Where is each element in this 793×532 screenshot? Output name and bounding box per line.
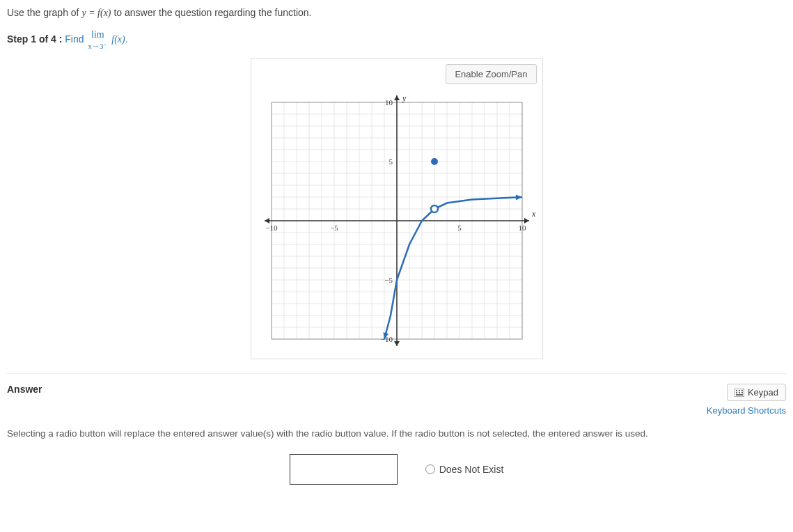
- graph-frame: Enable Zoom/Pan −10−5510−10−5510xy: [251, 58, 543, 359]
- svg-rect-65: [739, 390, 740, 391]
- svg-rect-66: [741, 390, 743, 391]
- svg-rect-69: [741, 392, 743, 393]
- keyboard-shortcuts-link[interactable]: Keyboard Shortcuts: [707, 405, 786, 416]
- svg-rect-70: [736, 394, 743, 396]
- answer-input[interactable]: [290, 454, 398, 485]
- svg-text:x: x: [531, 209, 536, 219]
- svg-text:−10: −10: [380, 335, 393, 343]
- dne-label: Does Not Exist: [439, 464, 504, 475]
- svg-rect-64: [736, 390, 737, 391]
- svg-point-61: [431, 205, 438, 212]
- svg-marker-46: [265, 218, 269, 224]
- graph-container: Enable Zoom/Pan −10−5510−10−5510xy: [7, 58, 786, 359]
- instruction-text: Use the graph of y = f(x) to answer the …: [7, 7, 786, 19]
- dne-option[interactable]: Does Not Exist: [425, 464, 504, 475]
- svg-text:5: 5: [388, 157, 393, 166]
- keypad-button[interactable]: Keypad: [727, 384, 786, 401]
- keypad-icon: [735, 389, 744, 397]
- svg-rect-68: [739, 392, 740, 393]
- svg-text:10: 10: [385, 98, 393, 107]
- svg-marker-48: [394, 341, 400, 346]
- svg-text:5: 5: [457, 224, 462, 232]
- enable-zoom-button[interactable]: Enable Zoom/Pan: [446, 64, 536, 84]
- svg-marker-60: [515, 194, 521, 200]
- svg-point-62: [431, 158, 438, 165]
- svg-text:−10: −10: [265, 224, 278, 232]
- svg-rect-67: [736, 392, 737, 393]
- function-plot[interactable]: −10−5510−10−5510xy: [257, 88, 537, 353]
- svg-marker-45: [524, 218, 529, 224]
- step-line: Step 1 of 4 : Find limx→3⁻ f(x).: [7, 29, 786, 51]
- svg-text:−5: −5: [384, 276, 393, 284]
- svg-marker-47: [394, 95, 400, 100]
- radio-icon[interactable]: [425, 464, 435, 474]
- answer-hint: Selecting a radio button will replace th…: [7, 428, 786, 439]
- answer-heading: Answer: [7, 384, 42, 395]
- svg-text:−5: −5: [330, 224, 338, 232]
- svg-text:10: 10: [518, 224, 526, 232]
- svg-text:y: y: [402, 93, 407, 103]
